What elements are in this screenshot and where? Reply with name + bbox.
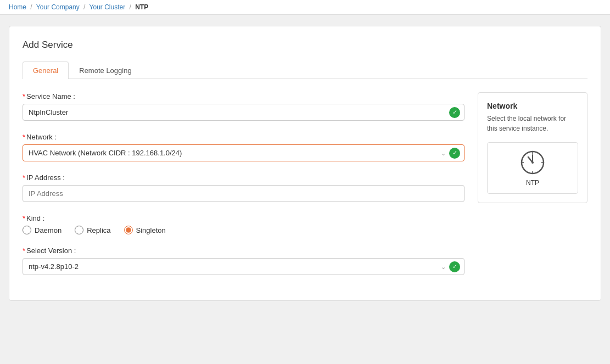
kind-radio-group: Daemon Replica Singleton [23, 226, 465, 234]
kind-replica-label: Replica [87, 226, 110, 234]
network-group: *Network : HVAC Network (Network CIDR : … [23, 133, 465, 161]
network-check-icon: ✓ [449, 148, 460, 159]
ntp-clock-icon [519, 149, 546, 176]
breadcrumb-cluster[interactable]: Your Cluster [89, 3, 126, 11]
kind-radio-singleton[interactable] [124, 226, 133, 234]
version-label: *Select Version : [23, 247, 465, 255]
content-area: *Service Name : ✓ *Network : HVAC Networ… [23, 92, 587, 287]
tab-general[interactable]: General [23, 61, 69, 79]
breadcrumb: Home / Your Company / Your Cluster / NTP [0, 0, 610, 15]
breadcrumb-sep-2: / [83, 3, 85, 11]
add-service-card: Add Service General Remote Logging *Serv… [9, 26, 601, 301]
kind-option-singleton[interactable]: Singleton [124, 226, 166, 234]
kind-option-daemon[interactable]: Daemon [23, 226, 61, 234]
required-star-network: * [23, 133, 25, 141]
breadcrumb-sep-3: / [130, 3, 131, 11]
version-group: *Select Version : ntp-v4.2.8p10-2 ⌄ ✓ [23, 247, 465, 275]
service-name-label: *Service Name : [23, 92, 465, 100]
info-panel: Network Select the local network for thi… [478, 92, 587, 287]
kind-radio-daemon[interactable] [23, 226, 31, 234]
kind-option-replica[interactable]: Replica [75, 226, 110, 234]
network-select-wrapper: HVAC Network (Network CIDR : 192.168.1.0… [23, 144, 465, 161]
page-title: Add Service [23, 40, 587, 51]
version-select[interactable]: ntp-v4.2.8p10-2 [23, 258, 465, 275]
info-card-desc: Select the local network for this servic… [487, 114, 578, 133]
required-star-kind: * [23, 214, 25, 222]
breadcrumb-sep-1: / [30, 3, 32, 11]
info-card: Network Select the local network for thi… [478, 92, 587, 203]
breadcrumb-company[interactable]: Your Company [36, 3, 80, 11]
required-star-ip: * [23, 173, 25, 182]
ntp-icon-container: NTP [487, 142, 578, 194]
service-name-group: *Service Name : ✓ [23, 92, 465, 121]
kind-label: *Kind : [23, 214, 465, 222]
ntp-label: NTP [526, 179, 539, 187]
network-label: *Network : [23, 133, 465, 141]
form-section: *Service Name : ✓ *Network : HVAC Networ… [23, 92, 465, 287]
version-check-icon: ✓ [449, 261, 460, 272]
version-select-wrapper: ntp-v4.2.8p10-2 ⌄ ✓ [23, 258, 465, 275]
required-star-version: * [23, 247, 25, 255]
info-card-title: Network [487, 102, 578, 110]
required-star: * [23, 92, 25, 100]
breadcrumb-home[interactable]: Home [9, 3, 26, 11]
kind-radio-replica[interactable] [75, 226, 83, 234]
kind-daemon-label: Daemon [35, 226, 61, 234]
tab-remote-logging[interactable]: Remote Logging [69, 61, 142, 79]
ip-address-group: *IP Address : [23, 173, 465, 202]
service-name-check-icon: ✓ [449, 107, 460, 118]
service-name-input-wrapper: ✓ [23, 104, 465, 121]
breadcrumb-current: NTP [135, 3, 148, 11]
ip-address-label: *IP Address : [23, 173, 465, 182]
svg-line-2 [528, 157, 533, 163]
main-container: Add Service General Remote Logging *Serv… [0, 15, 610, 312]
ip-address-input[interactable] [23, 185, 465, 202]
ip-address-input-wrapper [23, 185, 465, 202]
kind-singleton-label: Singleton [136, 226, 166, 234]
network-select[interactable]: HVAC Network (Network CIDR : 192.168.1.0… [23, 144, 465, 161]
kind-group: *Kind : Daemon Replica Sin [23, 214, 465, 234]
service-name-input[interactable] [23, 104, 465, 121]
tabs: General Remote Logging [23, 61, 587, 79]
